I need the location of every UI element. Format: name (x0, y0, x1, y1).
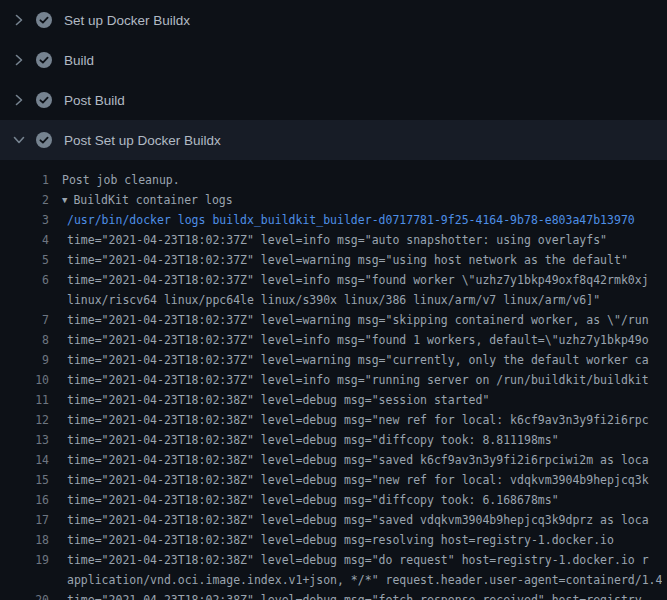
log-text: time="2021-04-23T18:02:38Z" level=debug … (62, 470, 649, 490)
log-line: 2 ▼ BuildKit container logs (0, 190, 667, 210)
log-text: time="2021-04-23T18:02:37Z" level=warnin… (62, 310, 649, 330)
log-line: 18 time="2021-04-23T18:02:38Z" level=deb… (0, 530, 667, 550)
line-number[interactable] (0, 570, 49, 590)
line-number[interactable]: 16 (0, 490, 49, 510)
line-number[interactable]: 15 (0, 470, 49, 490)
check-circle-icon (36, 132, 52, 148)
log-line: 19 time="2021-04-23T18:02:38Z" level=deb… (0, 550, 667, 570)
log-text: time="2021-04-23T18:02:38Z" level=debug … (62, 430, 559, 450)
step-header[interactable]: Set up Docker Buildx (0, 0, 667, 40)
log-text: time="2021-04-23T18:02:38Z" level=debug … (62, 450, 649, 470)
line-number[interactable]: 11 (0, 390, 49, 410)
log-line: 20 time="2021-04-23T18:02:38Z" level=deb… (0, 590, 667, 600)
log-line: linux/riscv64 linux/ppc64le linux/s390x … (0, 290, 667, 310)
line-number[interactable]: 19 (0, 550, 49, 570)
log-text: time="2021-04-23T18:02:37Z" level=info m… (62, 370, 649, 390)
group-toggle-icon[interactable]: ▼ (62, 190, 67, 210)
log-area: 1 Post job cleanup. 2 ▼ BuildKit contain… (0, 160, 667, 600)
log-text: time="2021-04-23T18:02:37Z" level=info m… (62, 230, 607, 250)
chevron-right-icon (14, 14, 24, 26)
log-line: 15 time="2021-04-23T18:02:38Z" level=deb… (0, 470, 667, 490)
line-number[interactable]: 8 (0, 330, 49, 350)
line-number[interactable]: 9 (0, 350, 49, 370)
log-line: 9 time="2021-04-23T18:02:37Z" level=warn… (0, 350, 667, 370)
log-text: time="2021-04-23T18:02:37Z" level=info m… (62, 270, 649, 290)
log-line: 10 time="2021-04-23T18:02:37Z" level=inf… (0, 370, 667, 390)
log-line: 1 Post job cleanup. (0, 170, 667, 190)
chevron-down-icon (14, 134, 24, 146)
line-number[interactable]: 13 (0, 430, 49, 450)
log-line: 6 time="2021-04-23T18:02:37Z" level=info… (0, 270, 667, 290)
log-text: time="2021-04-23T18:02:38Z" level=debug … (62, 410, 649, 430)
step-title: Build (64, 53, 94, 68)
step-title: Set up Docker Buildx (64, 13, 190, 28)
log-line: 3 /usr/bin/docker logs buildx_buildkit_b… (0, 210, 667, 230)
log-text: time="2021-04-23T18:02:38Z" level=debug … (62, 590, 649, 600)
log-line: 7 time="2021-04-23T18:02:37Z" level=warn… (0, 310, 667, 330)
step-header[interactable]: Post Set up Docker Buildx (0, 120, 667, 160)
line-number[interactable]: 18 (0, 530, 49, 550)
line-number[interactable]: 3 (0, 210, 49, 230)
log-text: BuildKit container logs (73, 190, 232, 210)
line-number[interactable]: 7 (0, 310, 49, 330)
step-header[interactable]: Build (0, 40, 667, 80)
check-circle-icon (36, 52, 52, 68)
log-text: time="2021-04-23T18:02:37Z" level=warnin… (62, 250, 628, 270)
log-text: time="2021-04-23T18:02:37Z" level=info m… (62, 330, 649, 350)
log-text: time="2021-04-23T18:02:37Z" level=warnin… (62, 350, 649, 370)
check-circle-icon (36, 92, 52, 108)
line-number[interactable]: 5 (0, 250, 49, 270)
log-text: time="2021-04-23T18:02:38Z" level=debug … (62, 510, 649, 530)
log-text: linux/riscv64 linux/ppc64le linux/s390x … (62, 290, 600, 310)
workflow-log-viewer: Set up Docker Buildx Build Post Buil (0, 0, 667, 600)
log-line: 14 time="2021-04-23T18:02:38Z" level=deb… (0, 450, 667, 470)
step-list: Set up Docker Buildx Build Post Buil (0, 0, 667, 160)
log-text: application/vnd.oci.image.index.v1+json,… (62, 570, 662, 590)
log-text: time="2021-04-23T18:02:38Z" level=debug … (62, 550, 649, 570)
log-line: application/vnd.oci.image.index.v1+json,… (0, 570, 667, 590)
line-number[interactable]: 6 (0, 270, 49, 290)
line-number[interactable]: 20 (0, 590, 49, 600)
line-number[interactable]: 17 (0, 510, 49, 530)
log-text: /usr/bin/docker logs buildx_buildkit_bui… (62, 210, 635, 230)
log-line: 12 time="2021-04-23T18:02:38Z" level=deb… (0, 410, 667, 430)
log-line: 16 time="2021-04-23T18:02:38Z" level=deb… (0, 490, 667, 510)
log-line: 4 time="2021-04-23T18:02:37Z" level=info… (0, 230, 667, 250)
step-title: Post Set up Docker Buildx (64, 133, 221, 148)
line-number[interactable]: 10 (0, 370, 49, 390)
log-line: 8 time="2021-04-23T18:02:37Z" level=info… (0, 330, 667, 350)
line-number[interactable]: 12 (0, 410, 49, 430)
chevron-right-icon (14, 94, 24, 106)
log-text: time="2021-04-23T18:02:38Z" level=debug … (62, 530, 614, 550)
log-text: time="2021-04-23T18:02:38Z" level=debug … (62, 490, 559, 510)
line-number[interactable]: 14 (0, 450, 49, 470)
line-number[interactable]: 4 (0, 230, 49, 250)
check-circle-icon (36, 12, 52, 28)
log-line: 5 time="2021-04-23T18:02:37Z" level=warn… (0, 250, 667, 270)
log-line: 17 time="2021-04-23T18:02:38Z" level=deb… (0, 510, 667, 530)
line-number[interactable] (0, 290, 49, 310)
log-text: Post job cleanup. (62, 170, 180, 190)
line-number[interactable]: 2 (0, 190, 49, 210)
log-text: time="2021-04-23T18:02:38Z" level=debug … (62, 390, 489, 410)
log-line: 11 time="2021-04-23T18:02:38Z" level=deb… (0, 390, 667, 410)
chevron-right-icon (14, 54, 24, 66)
line-number[interactable]: 1 (0, 170, 49, 190)
step-title: Post Build (64, 93, 125, 108)
log-line: 13 time="2021-04-23T18:02:38Z" level=deb… (0, 430, 667, 450)
step-header[interactable]: Post Build (0, 80, 667, 120)
